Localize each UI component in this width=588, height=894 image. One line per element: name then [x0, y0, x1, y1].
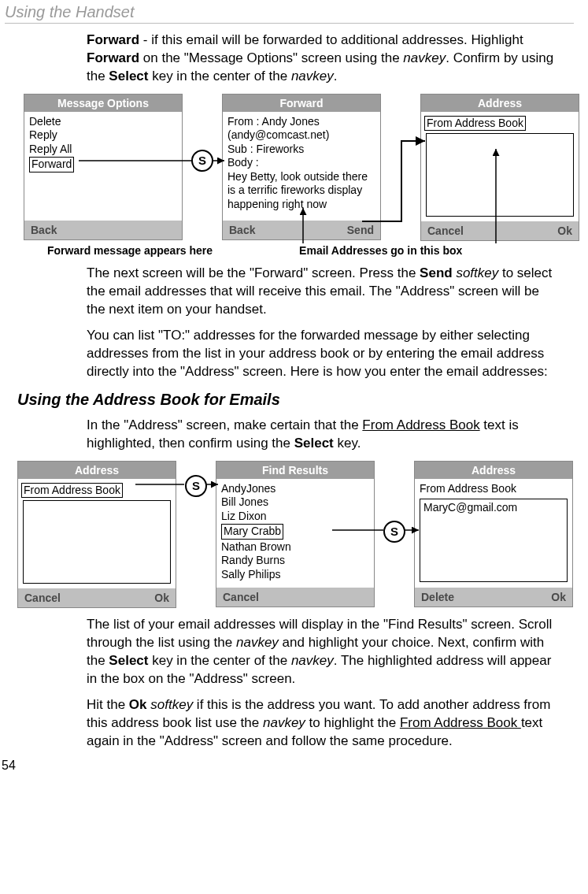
paragraph-forward-intro: Forward - if this email will be forwarde…	[87, 32, 558, 86]
paragraph-to-addresses: You can list "TO:" addresses for the for…	[87, 327, 558, 381]
bold-select-2: Select	[294, 436, 334, 451]
em-navkey-5: navkey	[263, 715, 305, 730]
heading-address-book: Using the Address Book for Emails	[17, 391, 574, 409]
paragraph-find-results: The list of your email addresses will di…	[87, 616, 558, 688]
screens-row-2: Address From Address Book Cancel Ok S Fi…	[17, 461, 566, 609]
bold-send: Send	[420, 265, 453, 280]
em-navkey-2: navkey	[291, 69, 334, 83]
em-navkey: navkey	[403, 50, 446, 65]
connector-svg-1	[24, 94, 575, 251]
bold-forward: Forward	[87, 32, 139, 47]
underline-from-address-book: From Address Book	[362, 417, 479, 432]
paragraph-send-softkey: The next screen will be the "Forward" sc…	[87, 265, 558, 319]
select-key-icon: S	[191, 150, 213, 172]
bold-select: Select	[109, 69, 148, 83]
bold-select-3: Select	[109, 653, 148, 668]
paragraph-address-screen: In the "Address" screen, make certain th…	[87, 417, 558, 453]
page-header: Using the Handset	[5, 3, 574, 24]
select-key-icon: S	[383, 521, 405, 543]
paragraph-ok-softkey: Hit the Ok softkey if this is the addres…	[87, 696, 558, 751]
screens-row-1: Message Options Delete Reply Reply All F…	[24, 94, 566, 242]
page-number: 54	[2, 759, 574, 773]
connector-svg-2	[17, 461, 584, 618]
em-navkey-4: navkey	[291, 653, 334, 668]
bold-forward-2: Forward	[87, 50, 139, 65]
bold-ok: Ok	[129, 697, 147, 712]
em-softkey-2: softkey	[150, 697, 193, 712]
underline-from-address-book-2: From Address Book	[400, 715, 521, 730]
select-key-icon: S	[185, 475, 207, 497]
em-navkey-3: navkey	[236, 635, 279, 650]
em-softkey: softkey	[456, 265, 498, 280]
